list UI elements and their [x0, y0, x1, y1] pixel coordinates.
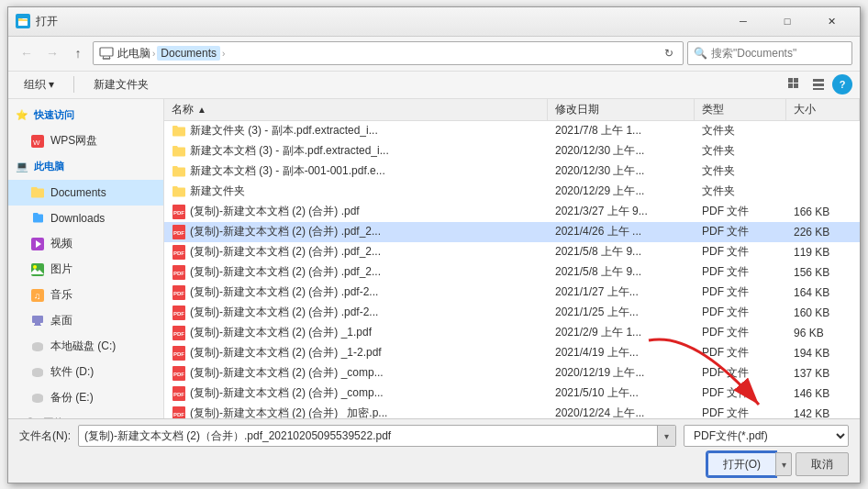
view-toggle-button[interactable] [808, 74, 829, 94]
table-row[interactable]: 新建文件夹2020/12/29 上午...文件夹 [164, 182, 860, 202]
file-name: (复制)-新建文本文档 (2) (合并) .pdf_2... [190, 224, 381, 239]
pdf-icon: PDF [172, 306, 186, 320]
table-row[interactable]: 新建文本文档 (3) - 副本.pdf.extracted_i...2020/1… [164, 141, 860, 161]
table-row[interactable]: PDF(复制)-新建文本文档 (2) (合并) _加密.p...2020/12/… [164, 404, 860, 418]
file-name: (复制)-新建文本文档 (2) (合并) _1.pdf [190, 325, 372, 340]
file-date: 2021/2/9 上午 1... [548, 323, 695, 343]
content-area: ⭐ 快速访问 W WPS网盘 💻 此电脑 Documents [8, 99, 860, 418]
sidebar-item-pictures[interactable]: 图片 [8, 257, 163, 283]
pdf-icon: PDF [172, 346, 186, 361]
sidebar-item-documents[interactable]: Documents [8, 180, 163, 206]
file-date: 2021/4/26 上午 ... [548, 222, 695, 242]
col-header-date[interactable]: 修改日期 [548, 99, 695, 120]
file-type: 文件夹 [695, 161, 786, 182]
col-header-type[interactable]: 类型 [695, 99, 786, 120]
file-size: 96 KB [786, 323, 860, 343]
table-row[interactable]: PDF(复制)-新建文本文档 (2) (合并) .pdf-2...2021/1/… [164, 303, 860, 323]
file-date: 2021/7/8 上午 1... [548, 121, 695, 141]
table-row[interactable]: PDF(复制)-新建文本文档 (2) (合并) .pdf2021/3/27 上午… [164, 202, 860, 222]
search-input[interactable] [711, 47, 849, 60]
file-list-area: 名称 ▲ 修改日期 类型 大小 新建文件夹 (3) - 副本.pdf.extra… [164, 99, 860, 418]
svg-text:PDF: PDF [173, 210, 184, 216]
minimize-button[interactable]: ─ [722, 12, 764, 30]
sidebar-item-desktop[interactable]: 桌面 [8, 308, 163, 334]
help-button[interactable]: ? [832, 74, 852, 94]
file-size: 119 KB [786, 242, 860, 262]
file-name: 新建文本文档 (3) - 副本-001-001.pdf.e... [190, 163, 385, 179]
new-folder-button[interactable]: 新建文件夹 [85, 74, 157, 94]
quick-access-icon: ⭐ [16, 109, 28, 121]
search-bar[interactable]: 🔍 [687, 41, 852, 65]
table-row[interactable]: 新建文件夹 (3) - 副本.pdf.extracted_i...2021/7/… [164, 121, 860, 141]
svg-text:PDF: PDF [173, 271, 184, 276]
file-size [786, 121, 860, 141]
sidebar-item-backup-e[interactable]: 备份 (E:) [8, 385, 163, 411]
filename-row: 文件名(N): ▾ PDF文件(*.pdf) [19, 425, 849, 447]
file-date: 2021/5/8 上午 9... [548, 242, 695, 262]
file-date: 2021/4/19 上午... [548, 343, 695, 363]
file-size: 226 KB [786, 222, 860, 242]
col-header-name[interactable]: 名称 ▲ [164, 99, 548, 120]
filename-dropdown-button[interactable]: ▾ [657, 426, 675, 446]
open-button[interactable]: 打开(O) [707, 452, 775, 476]
view-grid-icon [787, 77, 802, 92]
svg-text:PDF: PDF [173, 291, 184, 296]
table-row[interactable]: PDF(复制)-新建文本文档 (2) (合并) _1.pdf2021/2/9 上… [164, 323, 860, 343]
file-type: PDF 文件 [695, 222, 786, 242]
file-date: 2021/1/27 上午... [548, 283, 695, 303]
table-row[interactable]: PDF(复制)-新建文本文档 (2) (合并) .pdf-2...2021/1/… [164, 283, 860, 303]
svg-text:PDF: PDF [173, 230, 184, 236]
table-row[interactable]: PDF(复制)-新建文本文档 (2) (合并) _1-2.pdf2021/4/1… [164, 343, 860, 363]
pdf-icon: PDF [172, 406, 186, 418]
sidebar-item-videos[interactable]: 视频 [8, 231, 163, 257]
view-options-button[interactable] [785, 74, 805, 94]
file-type: PDF 文件 [695, 363, 786, 383]
table-row[interactable]: 新建文本文档 (3) - 副本-001-001.pdf.e...2020/12/… [164, 161, 860, 182]
filetype-select-wrapper: PDF文件(*.pdf) [684, 425, 849, 447]
file-size: 166 KB [786, 202, 860, 222]
cancel-button[interactable]: 取消 [796, 452, 849, 476]
file-date: 2020/12/30 上午... [548, 161, 695, 182]
address-bar[interactable]: 此电脑 › Documents › ↻ [93, 41, 684, 65]
forward-button[interactable]: → [41, 42, 63, 64]
svg-rect-7 [813, 83, 824, 86]
address-documents[interactable]: Documents [157, 46, 220, 61]
sidebar-item-local-c[interactable]: 本地磁盘 (C:) [8, 334, 163, 360]
titlebar-icon [16, 14, 30, 28]
sidebar-item-soft-d[interactable]: 软件 (D:) [8, 360, 163, 385]
table-row[interactable]: PDF(复制)-新建文本文档 (2) (合并) .pdf_2...2021/4/… [164, 222, 860, 242]
table-row[interactable]: PDF(复制)-新建文本文档 (2) (合并) .pdf_2...2021/5/… [164, 242, 860, 262]
sidebar-item-network[interactable]: 网络 [8, 411, 163, 418]
toolbar-separator [73, 76, 74, 93]
col-header-size[interactable]: 大小 [786, 99, 860, 120]
sidebar-item-music[interactable]: ♫ 音乐 [8, 283, 163, 308]
back-button[interactable]: ← [16, 42, 38, 64]
address-this-pc[interactable]: 此电脑 [117, 46, 150, 61]
table-row[interactable]: PDF(复制)-新建文本文档 (2) (合并) .pdf_2...2021/5/… [164, 262, 860, 283]
table-row[interactable]: PDF(复制)-新建文本文档 (2) (合并) _comp...2020/12/… [164, 363, 860, 383]
filetype-select[interactable]: PDF文件(*.pdf) [684, 428, 848, 443]
file-name: 新建文件夹 [190, 183, 245, 199]
sidebar-item-downloads[interactable]: Downloads [8, 206, 163, 231]
table-row[interactable]: PDF(复制)-新建文本文档 (2) (合并) _comp...2021/5/1… [164, 383, 860, 404]
file-date: 2021/3/27 上午 9... [548, 202, 695, 222]
filename-input[interactable] [79, 429, 657, 442]
file-date: 2021/5/10 上午... [548, 383, 695, 404]
sidebar-section-this-pc: 💻 此电脑 [8, 154, 163, 180]
up-button[interactable]: ↑ [67, 42, 89, 64]
open-dropdown-button[interactable]: ▾ [775, 452, 792, 476]
refresh-button[interactable]: ↻ [661, 45, 677, 61]
file-size: 146 KB [786, 383, 860, 404]
maximize-button[interactable]: □ [766, 12, 808, 30]
folder-icon [172, 144, 186, 159]
svg-text:♫: ♫ [34, 291, 41, 301]
file-name: (复制)-新建文本文档 (2) (合并) .pdf-2... [190, 305, 378, 320]
close-button[interactable]: ✕ [810, 12, 852, 30]
sidebar-item-wps[interactable]: W WPS网盘 [8, 128, 163, 154]
file-type: PDF 文件 [695, 242, 786, 262]
bottom-bar: 文件名(N): ▾ PDF文件(*.pdf) 打开(O) ▾ 取消 [8, 418, 860, 483]
filename-input-wrapper: ▾ [78, 425, 676, 447]
svg-rect-8 [813, 88, 824, 90]
organize-button[interactable]: 组织 ▾ [16, 74, 62, 94]
backup-e-icon [30, 391, 45, 406]
